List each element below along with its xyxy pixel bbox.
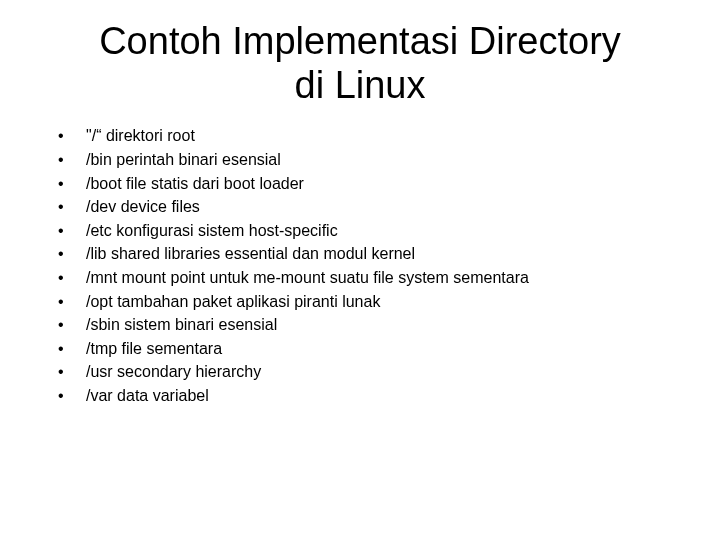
list-item-text: /usr secondary hierarchy (86, 361, 680, 383)
list-item: • /var data variabel (58, 385, 680, 407)
list-item-text: /var data variabel (86, 385, 680, 407)
list-item-text: /lib shared libraries essential dan modu… (86, 243, 680, 265)
list-item: • /etc konfigurasi sistem host-specific (58, 220, 680, 242)
bullet-icon: • (58, 361, 86, 383)
list-item-text: /sbin sistem binari esensial (86, 314, 680, 336)
list-item-text: /dev device files (86, 196, 680, 218)
bullet-icon: • (58, 267, 86, 289)
list-item: • /tmp file sementara (58, 338, 680, 360)
list-item: • /usr secondary hierarchy (58, 361, 680, 383)
list-item: • /opt tambahan paket aplikasi piranti l… (58, 291, 680, 313)
list-item: • "/“ direktori root (58, 125, 680, 147)
bullet-icon: • (58, 173, 86, 195)
bullet-icon: • (58, 243, 86, 265)
list-item: • /sbin sistem binari esensial (58, 314, 680, 336)
page-title: Contoh Implementasi Directory di Linux (40, 20, 680, 107)
bullet-icon: • (58, 196, 86, 218)
list-item-text: "/“ direktori root (86, 125, 680, 147)
list-item: • /boot file statis dari boot loader (58, 173, 680, 195)
list-item-text: /opt tambahan paket aplikasi piranti lun… (86, 291, 680, 313)
list-item: • /dev device files (58, 196, 680, 218)
list-item-text: /bin perintah binari esensial (86, 149, 680, 171)
bullet-icon: • (58, 385, 86, 407)
list-item: • /mnt mount point untuk me-mount suatu … (58, 267, 680, 289)
bullet-icon: • (58, 149, 86, 171)
bullet-icon: • (58, 314, 86, 336)
list-item: • /bin perintah binari esensial (58, 149, 680, 171)
bullet-icon: • (58, 125, 86, 147)
bullet-list: • "/“ direktori root • /bin perintah bin… (40, 125, 680, 406)
list-item-text: /tmp file sementara (86, 338, 680, 360)
bullet-icon: • (58, 291, 86, 313)
bullet-icon: • (58, 220, 86, 242)
list-item: • /lib shared libraries essential dan mo… (58, 243, 680, 265)
list-item-text: /boot file statis dari boot loader (86, 173, 680, 195)
bullet-icon: • (58, 338, 86, 360)
list-item-text: /etc konfigurasi sistem host-specific (86, 220, 680, 242)
list-item-text: /mnt mount point untuk me-mount suatu fi… (86, 267, 680, 289)
